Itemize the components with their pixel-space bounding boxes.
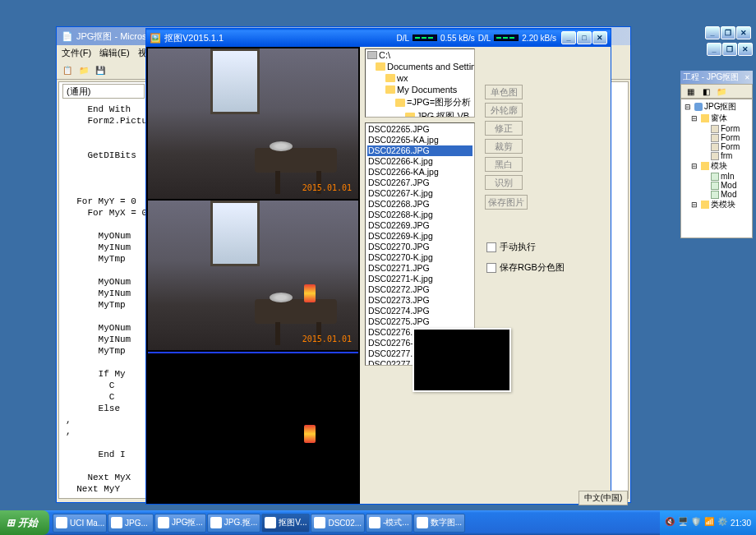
file-item[interactable]: DSC02271-K.jpg	[367, 274, 472, 284]
btn-recognize[interactable]: 识别	[485, 175, 523, 190]
btn-fix[interactable]: 修正	[485, 121, 523, 136]
app-icon	[56, 517, 67, 528]
project-tree-item[interactable]: Mod	[683, 190, 750, 199]
project-tree-item[interactable]: ⊟JPG抠图	[683, 101, 750, 113]
taskbar-item[interactable]: JPG抠...	[154, 514, 206, 533]
chk-rgb-row[interactable]: 保存RGB分色图	[486, 261, 565, 274]
controls-panel: C:\Documents and SettingswxMy Documents=…	[360, 47, 611, 504]
main-title-bar[interactable]: 🖼️ 抠图V2015.1.1 D/L 0.55 kB/s D/L 2.20 kB…	[146, 29, 611, 47]
toggle-folders-icon[interactable]: 📁	[714, 84, 729, 99]
file-item[interactable]: DSC02268.JPG	[367, 199, 472, 210]
minimize-button[interactable]: _	[561, 31, 576, 44]
taskbar-item[interactable]: -模式...	[366, 514, 413, 533]
view-object-icon[interactable]: ◧	[698, 84, 713, 99]
tree-item[interactable]: Documents and Settings	[366, 61, 474, 72]
taskbar-item[interactable]: DSC02...	[311, 514, 365, 533]
checkbox-icon[interactable]	[486, 263, 496, 273]
taskbar-item[interactable]: 数字图...	[413, 514, 465, 533]
taskbar-item[interactable]: JPG...	[108, 514, 154, 533]
tree-item[interactable]: wx	[366, 72, 474, 84]
file-item[interactable]: DSC02266-K.jpg	[367, 156, 472, 167]
menu-file[interactable]: 文件(F)	[62, 47, 91, 60]
project-tree-item[interactable]: ⊟模块	[683, 160, 750, 172]
ime-indicator[interactable]: 中文(中国)	[579, 491, 628, 505]
form-icon	[711, 143, 719, 151]
drive-icon	[367, 51, 377, 59]
file-item[interactable]: DSC02266.JPG	[367, 145, 472, 156]
taskbar-item[interactable]: JPG.抠...	[207, 514, 261, 533]
tb-add-icon[interactable]: 📋	[60, 63, 75, 78]
file-item[interactable]: DSC02268-K.jpg	[367, 210, 472, 220]
tray-icon[interactable]: 🛡️	[691, 517, 703, 528]
project-tree-item[interactable]: Form	[683, 133, 750, 142]
file-item[interactable]: DSC02275.JPG	[367, 316, 472, 327]
tray-icon[interactable]: 🖥️	[678, 517, 689, 528]
btn-bw[interactable]: 黑白	[485, 157, 523, 172]
window-controls: _ □ ✕	[561, 31, 607, 44]
project-tree-item[interactable]: Form	[683, 142, 750, 151]
file-item[interactable]: DSC02266-KA.jpg	[367, 167, 472, 178]
start-button[interactable]: ⊞ 开始	[0, 510, 49, 535]
checkbox-icon[interactable]	[486, 242, 496, 252]
app-icon	[265, 517, 276, 528]
btn-crop[interactable]: 裁剪	[485, 139, 523, 154]
tray-icon[interactable]: 📶	[704, 517, 716, 528]
project-tree-item[interactable]: mIn	[683, 172, 750, 181]
maximize-button[interactable]: □	[577, 31, 592, 44]
tree-item[interactable]: JPG.抠图.VB	[366, 109, 474, 118]
app-icon	[314, 517, 325, 528]
date-stamp-2: 2015.01.01	[302, 334, 352, 344]
project-tree-item[interactable]: Form	[683, 124, 750, 133]
folder-tree[interactable]: C:\Documents and SettingswxMy Documents=…	[365, 48, 475, 118]
tree-item[interactable]: C:\	[366, 49, 474, 61]
sys-close-button[interactable]: ✕	[736, 26, 751, 39]
fold-icon	[701, 162, 709, 170]
project-title-bar[interactable]: 工程 - JPG抠图 ✕	[680, 71, 753, 84]
close-button[interactable]: ✕	[592, 31, 607, 44]
view-code-icon[interactable]: ▦	[683, 84, 698, 99]
system-tray[interactable]: 🔇 🖥️ 🛡️ 📶 ⚙️ 21:30	[660, 510, 756, 535]
file-item[interactable]: DSC02270-K.jpg	[367, 252, 472, 263]
windows-icon: ⊞	[7, 517, 15, 528]
file-item[interactable]: DSC02273.JPG	[367, 295, 472, 306]
file-item[interactable]: DSC02269.JPG	[367, 220, 472, 231]
tray-icon[interactable]: 🔇	[665, 517, 676, 528]
file-item[interactable]: DSC02274.JPG	[367, 306, 472, 316]
file-item[interactable]: DSC02270.JPG	[367, 242, 472, 252]
file-item[interactable]: DSC02272.JPG	[367, 284, 472, 295]
project-tree[interactable]: ⊟JPG抠图⊟窗体FormFormFormfrm⊟模块mInModMod⊟类模块	[680, 99, 753, 238]
mdi-restore-button[interactable]: ❐	[722, 43, 737, 56]
image-column: 2015.01.01 2015.01.01	[146, 47, 360, 504]
btn-save-image[interactable]: 保存图片	[485, 195, 528, 210]
project-tree-item[interactable]: ⊟类模块	[683, 199, 750, 210]
file-item[interactable]: DSC02267-K.jpg	[367, 188, 472, 199]
project-tree-item[interactable]: frm	[683, 151, 750, 160]
proj-close-icon[interactable]: ✕	[744, 74, 750, 81]
btn-outline[interactable]: 外轮廓	[485, 103, 523, 118]
tree-item[interactable]: My Documents	[366, 84, 474, 95]
result-image	[148, 352, 358, 502]
menu-edit[interactable]: 编辑(E)	[99, 47, 130, 60]
sys-minimize-button[interactable]: _	[705, 26, 720, 39]
code-object-dropdown[interactable]: (通用)	[62, 84, 145, 99]
file-item[interactable]: DSC02265.JPG	[367, 124, 472, 135]
file-item[interactable]: DSC02267.JPG	[367, 178, 472, 188]
tb-open-icon[interactable]: 📁	[76, 63, 91, 78]
sys-restore-button[interactable]: ❐	[721, 26, 735, 39]
taskbar-item[interactable]: 抠图V...	[261, 514, 310, 533]
project-toolbar[interactable]: ▦ ◧ 📁	[680, 84, 753, 99]
tree-item[interactable]: =JPG=图形分析	[366, 95, 474, 109]
project-tree-item[interactable]: Mod	[683, 181, 750, 190]
file-item[interactable]: DSC02269-K.jpg	[367, 231, 472, 242]
mdi-close-button[interactable]: ✕	[738, 43, 753, 56]
taskbar-item[interactable]: UCI Ma...	[53, 514, 107, 533]
tray-icon[interactable]: ⚙️	[717, 517, 729, 528]
chk-manual-row[interactable]: 手动执行	[486, 241, 565, 253]
task-items: UCI Ma...JPG...JPG抠...JPG.抠...抠图V...DSC0…	[49, 511, 660, 535]
file-item[interactable]: DSC02271.JPG	[367, 263, 472, 274]
btn-mono[interactable]: 单色图	[485, 85, 523, 99]
mdi-minimize-button[interactable]: _	[707, 43, 721, 56]
file-item[interactable]: DSC02265-KA.jpg	[367, 135, 472, 145]
project-tree-item[interactable]: ⊟窗体	[683, 113, 750, 124]
tb-save-icon[interactable]: 💾	[93, 63, 108, 78]
